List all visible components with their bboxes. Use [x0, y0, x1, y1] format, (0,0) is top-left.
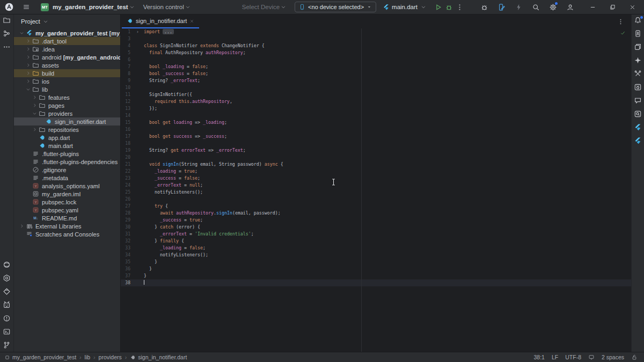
build-variants-button[interactable] — [633, 69, 643, 78]
running-devices-button[interactable] — [633, 42, 643, 51]
code-line[interactable]: 23 _success = false; — [121, 175, 631, 182]
code-line[interactable]: 31 _errorText = 'Invalid credentials'; — [121, 231, 631, 238]
code-line[interactable]: 18 — [121, 140, 631, 147]
fold-marker[interactable] — [131, 217, 144, 224]
tree-chevron[interactable] — [25, 39, 32, 43]
breadcrumb-item[interactable]: lib — [85, 354, 91, 360]
tree-row[interactable]: .idea — [14, 45, 120, 53]
flutter-performance-button[interactable] — [633, 136, 643, 145]
code-line[interactable]: 15 bool get loading => _loading; — [121, 119, 631, 126]
tree-row[interactable]: .flutter-plugins — [14, 150, 120, 158]
code-line[interactable]: 26 — [121, 196, 631, 203]
fold-marker[interactable] — [131, 272, 144, 279]
structure-tool-button[interactable] — [2, 29, 12, 38]
structural-search-button[interactable] — [633, 109, 643, 118]
run-configuration-dropdown[interactable]: main.dart — [383, 4, 426, 11]
main-menu-icon[interactable] — [23, 3, 30, 11]
tree-row[interactable]: repositories — [14, 125, 120, 134]
app-inspection-tool-button[interactable] — [2, 274, 12, 282]
code-line[interactable]: 21 void signIn(String email, String pass… — [121, 161, 631, 168]
code-line[interactable]: 37 } — [121, 272, 631, 279]
profile-app-button[interactable] — [513, 2, 524, 12]
tree-row[interactable]: pubspec.yaml — [14, 206, 120, 214]
profiler-tool-button[interactable] — [2, 287, 12, 295]
tree-row[interactable]: my_garden_provider_test [my_garden] ~/Fl — [14, 29, 120, 37]
tree-chevron[interactable] — [31, 95, 38, 100]
tree-row[interactable]: .metadata — [14, 174, 120, 182]
project-tool-button[interactable] — [2, 16, 12, 24]
close-button[interactable] — [627, 2, 638, 12]
indent-widget[interactable]: 2 spaces — [602, 354, 624, 360]
problems-tool-button[interactable] — [2, 314, 12, 322]
fold-marker[interactable] — [131, 49, 144, 56]
code-line[interactable]: 30 } catch (error) { — [121, 224, 631, 231]
flutter-outline-button[interactable] — [633, 123, 643, 131]
fold-marker[interactable] — [131, 119, 144, 126]
code-line[interactable]: 19 String? get errorText => _errorText; — [121, 147, 631, 154]
editor-tab[interactable]: sign_in_notifier.dart — [122, 14, 199, 28]
code-line[interactable]: 25 notifyListeners(); — [121, 189, 631, 196]
code-line[interactable]: 32 } finally { — [121, 238, 631, 245]
fold-marker[interactable] — [131, 105, 144, 112]
breadcrumb-item[interactable]: my_garden_provider_test — [4, 354, 76, 360]
run-button[interactable] — [433, 2, 443, 12]
tree-row[interactable]: .flutter-plugins-dependencies — [14, 158, 120, 166]
code-line[interactable]: 5 final AuthRepository authRepository; — [121, 49, 631, 56]
fold-marker[interactable] — [131, 224, 144, 231]
fold-marker[interactable] — [131, 161, 144, 168]
code-line[interactable]: 33 _loading = false; — [121, 245, 631, 252]
fold-marker[interactable] — [131, 77, 144, 84]
tree-chevron[interactable] — [18, 31, 25, 35]
code-line[interactable]: 27 try { — [121, 203, 631, 210]
minimize-button[interactable] — [587, 2, 598, 12]
fold-marker[interactable]: › — [131, 28, 144, 35]
fold-marker[interactable] — [131, 210, 144, 217]
fold-marker[interactable] — [131, 112, 144, 119]
fold-marker[interactable] — [131, 42, 144, 49]
project-name-button[interactable]: my_garden_provider_test — [53, 4, 128, 10]
select-device-dropdown[interactable]: Select Device — [242, 4, 286, 10]
tree-chevron[interactable] — [25, 71, 32, 76]
code-line[interactable]: 7 bool _loading = false; — [121, 63, 631, 70]
code-line[interactable]: 11 SignInNotifier({ — [121, 91, 631, 98]
fold-marker[interactable] — [131, 126, 144, 133]
tree-chevron[interactable] — [25, 79, 32, 84]
fold-marker[interactable] — [131, 63, 144, 70]
code-line[interactable]: 1 › import ... — [121, 28, 631, 35]
code-line[interactable]: 38 — [121, 279, 631, 286]
tree-row[interactable]: features — [14, 93, 120, 101]
device-manager-button[interactable] — [633, 29, 643, 38]
fold-marker[interactable] — [131, 245, 144, 252]
tree-row[interactable]: build — [14, 69, 120, 77]
fold-marker[interactable] — [131, 56, 144, 63]
tree-row[interactable]: External Libraries — [14, 222, 120, 230]
code-line[interactable]: 13 }); — [121, 105, 631, 112]
code-line[interactable]: 29 _success = true; — [121, 217, 631, 224]
inspections-ok-icon[interactable] — [620, 30, 626, 36]
more-tool-windows-button[interactable] — [2, 42, 12, 51]
readonly-toggle-widget[interactable] — [631, 354, 638, 360]
tree-row[interactable]: app.dart — [14, 134, 120, 142]
app-quality-insights-button[interactable] — [633, 83, 643, 91]
project-panel-header[interactable]: Project — [14, 14, 120, 28]
fold-marker[interactable] — [131, 265, 144, 272]
fold-marker[interactable] — [131, 252, 144, 258]
fold-marker[interactable] — [131, 133, 144, 140]
line-separator-widget[interactable]: LF — [552, 354, 558, 360]
code-line[interactable]: 8 bool _success = false; — [121, 70, 631, 77]
tree-row[interactable]: sign_in_notifier.dart — [14, 117, 120, 125]
fold-marker[interactable] — [131, 196, 144, 203]
code-line[interactable]: 17 bool get success => _success; — [121, 133, 631, 140]
editor-options-button[interactable] — [617, 18, 624, 25]
tree-row[interactable]: lib — [14, 85, 120, 93]
close-tab-icon[interactable] — [189, 19, 194, 24]
tree-row[interactable]: android [my_garden_android] — [14, 53, 120, 61]
tree-chevron[interactable] — [31, 127, 38, 132]
fold-marker[interactable] — [131, 279, 144, 286]
tree-row[interactable]: providers — [14, 109, 120, 117]
fold-marker[interactable] — [131, 231, 144, 238]
tree-row[interactable]: README.md — [14, 214, 120, 222]
gemini-button[interactable] — [633, 56, 643, 64]
build-tool-button[interactable] — [2, 260, 12, 269]
caret-position-widget[interactable]: 38:1 — [534, 354, 545, 360]
